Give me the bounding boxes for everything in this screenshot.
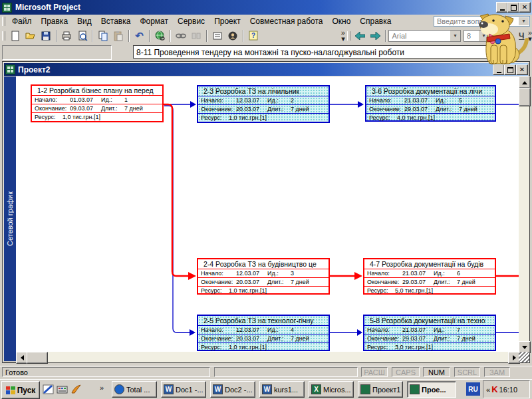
print-button[interactable] [60,29,74,43]
close-button[interactable]: ✕ [519,2,531,13]
horizontal-scroll-thumb[interactable] [27,352,48,364]
unlink-tasks-button[interactable] [190,29,203,43]
paste-button[interactable] [112,29,126,43]
menu-grip[interactable] [2,17,5,26]
task-box-1-2[interactable]: 1-2 Розробка бізнес плану на перед Начал… [31,84,164,122]
tray-collapse-icon[interactable]: « [486,386,490,394]
res-label: Ресурс: [35,114,56,120]
menu-insert[interactable]: Вставка [96,15,136,27]
font-name: Arial [392,32,406,40]
task-box-3-6[interactable]: 3-6 Розробка документації на лічи Начало… [365,85,496,122]
menu-view[interactable]: Вид [72,15,96,27]
quick-launch-icon-1[interactable] [43,384,54,395]
app-icon [2,3,12,13]
start-label: Начало: [367,327,390,333]
undo-button[interactable]: ↶ [132,29,146,43]
help-button[interactable]: ? [247,29,261,43]
toolbar-grip[interactable] [2,31,5,41]
menu-help[interactable]: Справка [355,15,396,27]
quick-launch-icon-2[interactable] [57,384,68,395]
windows-logo-icon [6,386,15,394]
chevron-down-icon[interactable]: ▾ [450,31,460,41]
id-label: Ид.: [267,327,279,333]
task-notes-button[interactable] [210,29,224,43]
id-label: Ид.: [267,97,279,104]
new-document-button[interactable] [8,29,22,43]
task-title: 2-5 Розробка ТЗ на технолог-гічну [198,316,329,326]
save-button[interactable] [39,29,53,43]
print-preview-icon [77,31,88,41]
taskbar-button-doc2[interactable]: WDoc2 -... [210,381,255,398]
quick-launch-icon-3[interactable] [70,384,82,395]
horizontal-scrollbar[interactable] [16,352,519,362]
assign-resources-button[interactable] [225,29,239,43]
menu-project[interactable]: Проект [209,15,245,27]
menu-collaborate[interactable]: Совместная работа [245,15,328,27]
task-box-2-5[interactable]: 2-5 Розробка ТЗ на технолог-гічну Начало… [197,315,330,351]
finish-value: 29.03.07 [402,335,426,342]
copy-icon [98,31,108,41]
resize-grip[interactable] [519,352,529,362]
office-assistant-dog[interactable] [467,13,529,68]
status-ovr-indicator: ЗАМ [484,367,510,377]
hyperlink-button[interactable] [153,29,167,43]
taskbar-button-kurs1[interactable]: Wkurs1... [259,381,305,398]
res-value: 1,0 тис.грн.[1] [229,344,267,350]
taskbar-button-doc1[interactable]: WDoc1 -... [161,381,206,398]
status-ext-indicator: РАСШ [361,367,388,377]
print-preview-button[interactable] [75,29,89,43]
clock: 16:10 [499,386,518,394]
task-box-2-4[interactable]: 2-4 Розробка ТЗ на будівництво це Начало… [197,258,330,295]
font-combo[interactable]: Arial▾ [388,30,461,42]
id-value: 6 [457,270,460,277]
dur-label: Длит.: [434,279,450,285]
link-tasks-button[interactable] [174,29,188,43]
toolbar-separator [56,30,57,42]
task-box-2-3[interactable]: 2-3 Розробка ТЗ на лічильник Начало:12.0… [197,85,330,123]
task-box-5-8[interactable]: 5-8 Розробка документації на техно Начал… [363,315,496,351]
back-button[interactable] [353,29,367,43]
scroll-up-button[interactable] [519,76,531,88]
copy-button[interactable] [96,29,110,43]
project-title-bar[interactable]: Проект2 [4,63,528,76]
forward-button[interactable] [368,29,382,43]
entry-bar-left-panel [2,45,112,60]
taskbar-button-totalcmd[interactable]: Total ... [112,381,157,398]
undo-icon: ↶ [135,30,144,42]
entry-bar-field[interactable] [133,45,503,59]
res-label: Ресурс: [369,114,390,121]
start-value: 12.03.07 [236,327,259,333]
id-label: Ид.: [267,270,279,277]
open-button[interactable] [23,29,37,43]
id-value: 3 [291,270,294,277]
vertical-scrollbar[interactable] [519,76,529,352]
task-box-4-7[interactable]: 4-7 Розробка документації на будів Начал… [363,258,496,295]
id-value: 2 [291,97,294,104]
paste-icon [113,31,124,41]
kaspersky-icon[interactable]: K [491,384,497,394]
toolbar-grip-2[interactable] [347,31,350,41]
taskbar-button-project2-active[interactable]: Прое... [407,381,456,398]
project-window: Проект2 ✕ Сетевой график [2,61,530,363]
finish-label: Окончание: [367,279,399,285]
start-button[interactable]: Пуск [1,381,40,399]
taskbar-button-project1[interactable]: Проект1 [358,381,403,398]
id-value: 4 [291,327,294,333]
menu-format[interactable]: Формат [135,15,173,27]
unlink-icon [191,31,201,41]
taskbar-button-excel[interactable]: XMicros... [309,381,354,398]
menu-window[interactable]: Окно [327,15,355,27]
id-label: Ид.: [436,97,447,104]
status-panel-2 [214,367,358,377]
finish-label: Окончание: [35,105,66,112]
toolbar-overflow-chevron[interactable]: »▾ [341,30,345,42]
minimize-button[interactable] [496,2,508,13]
menu-tools[interactable]: Сервис [173,15,209,27]
language-indicator[interactable]: RU [466,382,480,396]
menu-file[interactable]: Файл [7,15,37,27]
restore-button[interactable] [507,2,519,13]
menu-edit[interactable]: Правка [37,15,73,27]
id-value: 1 [124,96,128,103]
quick-launch-overflow[interactable]: » [100,385,104,391]
vertical-scroll-thumb[interactable] [519,88,531,106]
